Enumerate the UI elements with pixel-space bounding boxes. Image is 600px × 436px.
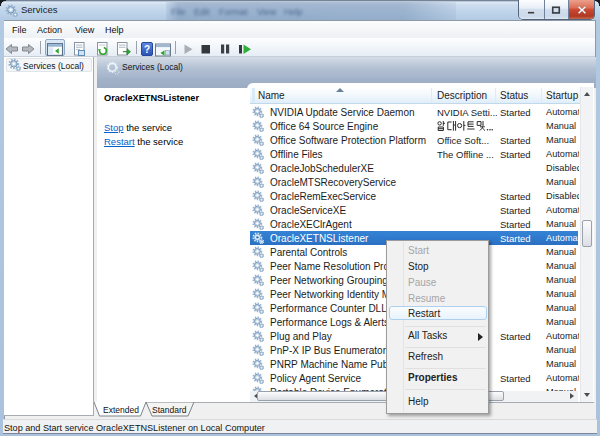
svg-text:?: ?	[144, 44, 150, 55]
